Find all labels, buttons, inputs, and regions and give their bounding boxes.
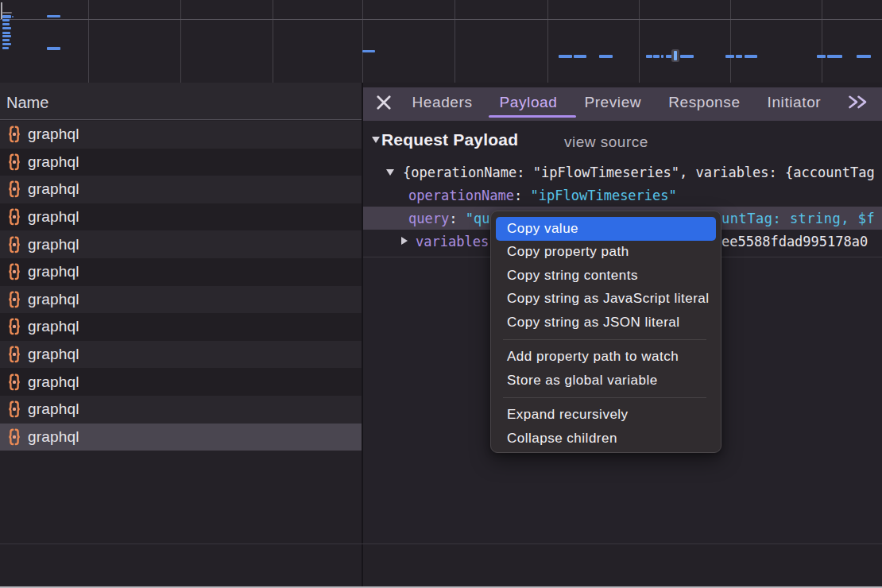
overview-gridline <box>639 0 640 83</box>
chevron-double-right-icon[interactable] <box>847 95 869 110</box>
overview-gridline <box>88 0 89 83</box>
footer-divider <box>0 544 882 544</box>
request-name-label: graphql <box>28 180 79 198</box>
payload-root-row[interactable]: {operationName: "ipFlowTimeseries", vari… <box>363 161 882 184</box>
selected-tab-underline <box>489 115 577 118</box>
overview-gridline <box>273 0 273 83</box>
name-column-label: Name <box>6 94 48 112</box>
variables-value-after-menu: ee5588fdad995178a0 <box>721 234 868 250</box>
request-name-label: graphql <box>28 291 79 308</box>
request-name-label: graphql <box>28 346 79 363</box>
network-overview-timeline[interactable] <box>0 0 882 83</box>
request-row-graphql[interactable]: graphql <box>0 286 362 314</box>
menu-item-copy-string-as-javascript-literal[interactable]: Copy string as JavaScript literal <box>496 288 716 311</box>
tab-label: Preview <box>584 94 641 111</box>
request-row-graphql[interactable]: graphql <box>0 424 362 451</box>
overview-request-bar <box>2 32 10 34</box>
request-name-label: graphql <box>28 263 79 280</box>
tab-label: Response <box>668 94 740 111</box>
overview-request-bar <box>2 23 10 25</box>
overview-request-bar <box>362 50 375 53</box>
overview-request-bar <box>2 47 10 49</box>
tab-label: Headers <box>412 94 473 111</box>
request-name-label: graphql <box>28 236 79 253</box>
overview-request-bar <box>47 47 60 50</box>
view-source-link[interactable]: view source <box>564 130 648 155</box>
request-name-label: graphql <box>28 126 79 143</box>
overview-request-bar <box>559 55 573 58</box>
json-braces-icon <box>7 345 21 364</box>
request-row-graphql[interactable]: graphql <box>0 121 362 149</box>
request-row-graphql[interactable]: graphql <box>0 396 362 424</box>
close-icon[interactable] <box>377 95 391 110</box>
overview-request-bar <box>736 55 742 57</box>
overview-request-bar <box>2 39 10 41</box>
overview-request-bar <box>646 55 652 57</box>
request-name-label: graphql <box>28 208 79 226</box>
expand-triangle-icon[interactable] <box>386 169 394 176</box>
requests-list-panel: Name graphqlgraphqlgraphqlgraphqlgraphql… <box>0 83 362 544</box>
request-row-graphql[interactable]: graphql <box>0 341 362 369</box>
overview-gridline <box>822 0 822 83</box>
tab-preview[interactable]: Preview <box>571 87 655 121</box>
context-menu: Copy valueCopy property pathCopy string … <box>490 211 721 453</box>
overview-gridline <box>730 0 731 83</box>
menu-item-copy-value[interactable]: Copy value <box>496 217 716 241</box>
overview-request-bar <box>661 55 664 57</box>
request-row-graphql[interactable]: graphql <box>0 313 362 341</box>
request-row-graphql[interactable]: graphql <box>0 176 362 203</box>
request-row-graphql[interactable]: graphql <box>0 230 362 258</box>
name-column-header[interactable]: Name <box>0 83 362 120</box>
overview-gridline <box>547 0 548 83</box>
expand-triangle-icon[interactable] <box>401 237 408 245</box>
tab-payload[interactable]: Payload <box>486 87 571 121</box>
overview-request-bar <box>857 55 872 58</box>
overview-request-bar <box>2 43 11 45</box>
json-braces-icon <box>7 235 21 254</box>
request-name-label: graphql <box>28 400 79 418</box>
request-name-label: graphql <box>28 318 79 335</box>
menu-separator <box>503 397 706 398</box>
overview-request-bar <box>2 19 10 21</box>
request-row-graphql[interactable]: graphql <box>0 149 362 176</box>
devtools-network-panel: { "overview": { "v_gridlines_x": [111, 2… <box>0 0 882 588</box>
details-tab-bar: HeadersPayloadPreviewResponseInitiator <box>363 87 882 121</box>
json-braces-icon <box>7 317 21 336</box>
overview-request-bar <box>47 15 60 18</box>
menu-item-expand-recursively[interactable]: Expand recursively <box>496 404 716 427</box>
overview-request-bar <box>574 55 586 58</box>
overview-request-bar <box>2 12 12 14</box>
overview-request-bar <box>2 27 11 29</box>
payload-row-operationName[interactable]: operationName: "ipFlowTimeseries" <box>363 184 882 207</box>
json-braces-icon <box>7 153 21 172</box>
overview-gridline <box>362 0 363 83</box>
tab-headers[interactable]: Headers <box>399 87 486 121</box>
menu-item-add-property-path-to-watch[interactable]: Add property path to watch <box>496 346 716 369</box>
overview-request-bar <box>817 55 826 58</box>
collapse-triangle-icon <box>372 137 380 143</box>
overview-gridline <box>455 0 455 83</box>
menu-item-copy-string-contents[interactable]: Copy string contents <box>496 264 716 288</box>
menu-separator <box>503 339 706 340</box>
request-row-graphql[interactable]: graphql <box>0 203 362 231</box>
payload-section-header[interactable]: Request Payload <box>372 127 518 153</box>
menu-item-store-as-global-variable[interactable]: Store as global variable <box>496 369 716 393</box>
tab-response[interactable]: Response <box>655 87 753 121</box>
overview-request-bar <box>745 55 757 58</box>
request-row-graphql[interactable]: graphql <box>0 258 362 286</box>
request-name-label: graphql <box>28 428 79 446</box>
overview-request-bar <box>827 55 842 58</box>
payload-section-title: Request Payload <box>381 130 518 149</box>
menu-item-copy-property-path[interactable]: Copy property path <box>496 241 716 265</box>
menu-item-copy-string-as-json-literal[interactable]: Copy string as JSON literal <box>496 311 716 335</box>
tab-label: Payload <box>500 94 558 111</box>
overview-gridline <box>180 0 181 83</box>
request-row-graphql[interactable]: graphql <box>0 368 362 396</box>
json-braces-icon <box>7 180 21 199</box>
menu-item-collapse-children[interactable]: Collapse children <box>496 427 716 451</box>
query-value-after-menu: untTag: string, $f <box>721 211 875 226</box>
tab-initiator[interactable]: Initiator <box>754 87 835 121</box>
request-name-label: graphql <box>28 373 79 391</box>
json-braces-icon <box>7 290 21 309</box>
overview-gridline-horizontal <box>0 19 882 20</box>
